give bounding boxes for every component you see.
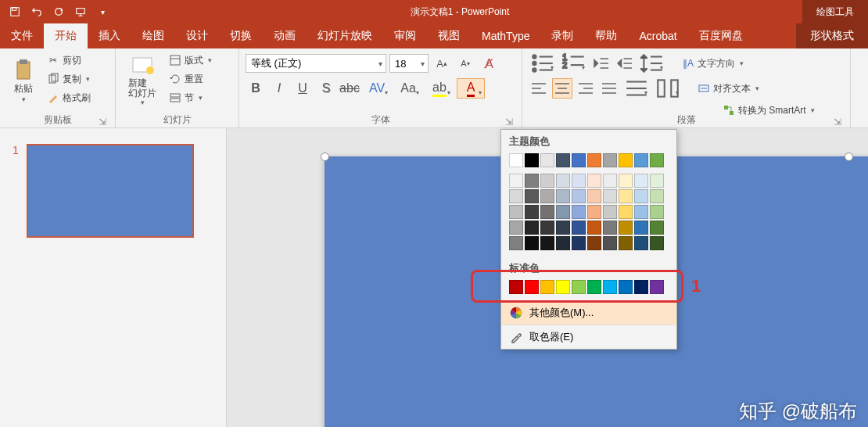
color-swatch[interactable] <box>525 153 539 167</box>
color-swatch[interactable] <box>587 236 601 250</box>
color-swatch[interactable] <box>509 174 523 188</box>
tab-help[interactable]: 帮助 <box>584 23 628 48</box>
color-swatch[interactable] <box>525 280 539 294</box>
dialog-launcher-icon[interactable]: ⇲ <box>98 117 107 126</box>
dialog-launcher-icon[interactable]: ⇲ <box>504 117 514 126</box>
color-swatch[interactable] <box>556 153 570 167</box>
tab-view[interactable]: 视图 <box>427 23 471 48</box>
color-swatch[interactable] <box>619 280 633 294</box>
color-swatch[interactable] <box>650 174 664 188</box>
slideshow-icon[interactable] <box>70 2 91 22</box>
increase-font-icon[interactable]: A▴ <box>432 53 452 74</box>
color-swatch[interactable] <box>556 174 570 188</box>
tab-home[interactable]: 开始 <box>44 23 88 48</box>
color-swatch[interactable] <box>540 189 554 203</box>
align-center-icon[interactable] <box>552 78 572 99</box>
color-swatch[interactable] <box>587 221 601 235</box>
undo-icon[interactable] <box>27 2 47 22</box>
color-swatch[interactable] <box>572 280 586 294</box>
new-slide-button[interactable]: 新建 幻灯片 ▾ <box>122 52 163 108</box>
color-swatch[interactable] <box>556 236 570 250</box>
tab-baidu[interactable]: 百度网盘 <box>688 23 754 48</box>
color-swatch[interactable] <box>603 280 617 294</box>
strikethrough-icon[interactable]: abc <box>339 78 360 99</box>
font-size-combo[interactable]: 18 <box>389 54 429 73</box>
slide-thumbnail[interactable]: 1 <box>13 144 213 238</box>
copy-button[interactable]: 复制▾ <box>44 70 94 88</box>
tab-insert[interactable]: 插入 <box>88 23 131 48</box>
color-swatch[interactable] <box>634 153 648 167</box>
tab-record[interactable]: 录制 <box>540 23 584 48</box>
font-name-combo[interactable]: 等线 (正文) <box>246 54 386 73</box>
cut-button[interactable]: ✂剪切 <box>44 52 94 69</box>
color-swatch[interactable] <box>509 153 523 167</box>
resize-handle[interactable] <box>845 152 853 161</box>
italic-icon[interactable]: I <box>269 78 289 99</box>
section-button[interactable]: 节▾ <box>166 89 215 106</box>
color-swatch[interactable] <box>634 221 648 235</box>
color-swatch[interactable] <box>572 189 586 203</box>
color-swatch[interactable] <box>587 280 601 294</box>
color-swatch[interactable] <box>572 174 586 188</box>
align-right-icon[interactable] <box>576 78 596 99</box>
color-swatch[interactable] <box>525 174 539 188</box>
color-swatch[interactable] <box>540 236 554 250</box>
color-swatch[interactable] <box>603 221 617 235</box>
dialog-launcher-icon[interactable]: ⇲ <box>833 117 842 126</box>
color-swatch[interactable] <box>634 205 648 219</box>
color-swatch[interactable] <box>634 189 648 203</box>
color-swatch[interactable] <box>509 221 523 235</box>
resize-handle[interactable] <box>321 152 329 161</box>
color-swatch[interactable] <box>634 236 648 250</box>
eyedropper-item[interactable]: 取色器(E) <box>501 325 676 349</box>
font-color-icon[interactable]: A <box>457 78 485 99</box>
color-swatch[interactable] <box>587 205 601 219</box>
color-swatch[interactable] <box>525 205 539 219</box>
tab-animations[interactable]: 动画 <box>263 23 307 48</box>
color-swatch[interactable] <box>587 189 601 203</box>
color-swatch[interactable] <box>556 280 570 294</box>
color-swatch[interactable] <box>572 205 586 219</box>
color-swatch[interactable] <box>650 221 664 235</box>
highlight-icon[interactable]: ab <box>425 78 454 99</box>
color-swatch[interactable] <box>540 174 554 188</box>
color-swatch[interactable] <box>619 153 633 167</box>
color-swatch[interactable] <box>603 236 617 250</box>
color-swatch[interactable] <box>619 189 633 203</box>
line-spacing-icon[interactable] <box>638 53 666 74</box>
paste-button[interactable]: 粘贴 ▾ <box>6 52 41 108</box>
color-swatch[interactable] <box>603 189 617 203</box>
color-swatch[interactable] <box>540 153 554 167</box>
tab-review[interactable]: 审阅 <box>383 23 427 48</box>
columns-icon[interactable] <box>654 78 682 99</box>
distribute-icon[interactable] <box>622 78 651 99</box>
color-swatch[interactable] <box>572 236 586 250</box>
char-spacing-icon[interactable]: AV <box>363 78 391 99</box>
clear-format-icon[interactable]: A̸ <box>479 53 499 74</box>
save-icon[interactable] <box>5 2 25 22</box>
color-swatch[interactable] <box>650 280 664 294</box>
tab-transitions[interactable]: 切换 <box>219 23 263 48</box>
tab-draw[interactable]: 绘图 <box>131 23 175 48</box>
tab-mathtype[interactable]: MathType <box>471 23 540 48</box>
color-swatch[interactable] <box>525 236 539 250</box>
color-swatch[interactable] <box>650 189 664 203</box>
color-swatch[interactable] <box>525 221 539 235</box>
bold-icon[interactable]: B <box>246 78 266 99</box>
color-swatch[interactable] <box>509 280 523 294</box>
color-swatch[interactable] <box>540 205 554 219</box>
bullets-icon[interactable] <box>529 53 557 74</box>
color-swatch[interactable] <box>509 205 523 219</box>
color-swatch[interactable] <box>619 236 633 250</box>
redo-icon[interactable] <box>48 2 69 22</box>
tab-file[interactable]: 文件 <box>0 23 44 48</box>
reset-button[interactable]: 重置 <box>166 70 215 88</box>
color-swatch[interactable] <box>650 153 664 167</box>
color-swatch[interactable] <box>572 221 586 235</box>
color-swatch[interactable] <box>525 189 539 203</box>
qat-more-icon[interactable]: ▾ <box>92 2 113 22</box>
layout-button[interactable]: 版式▾ <box>166 52 215 69</box>
tab-slideshow[interactable]: 幻灯片放映 <box>307 23 383 48</box>
color-swatch[interactable] <box>556 221 570 235</box>
color-swatch[interactable] <box>634 280 648 294</box>
